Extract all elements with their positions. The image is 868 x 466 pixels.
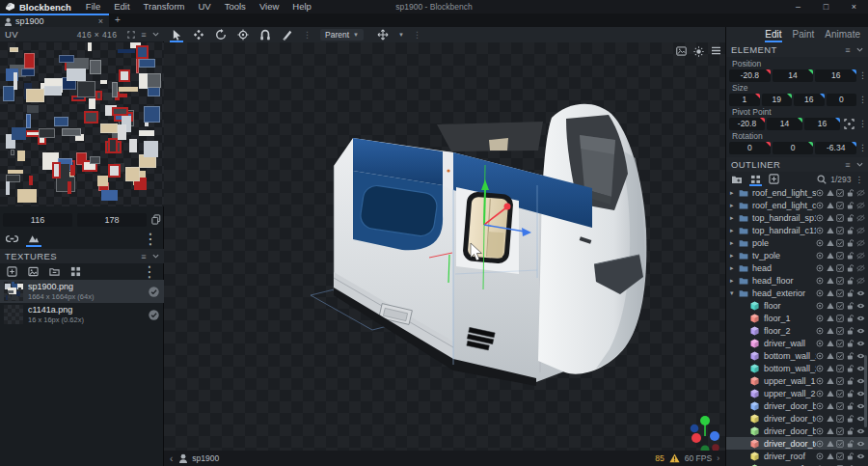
export-checkbox-icon[interactable] bbox=[836, 340, 844, 347]
select-dot-icon[interactable] bbox=[816, 427, 824, 435]
select-dot-icon[interactable] bbox=[816, 214, 824, 222]
chevron-right-icon[interactable]: › bbox=[717, 453, 719, 463]
texture-grid-icon[interactable] bbox=[70, 266, 81, 277]
element-rotation-input-2[interactable]: -6.34 bbox=[815, 142, 856, 154]
visibility-off-icon[interactable] bbox=[856, 239, 865, 247]
chevron-right-icon[interactable]: ▸ bbox=[730, 277, 739, 285]
outliner-item-upper_wall_2[interactable]: upper_wall_2 bbox=[726, 387, 868, 399]
autouv-icon[interactable] bbox=[827, 302, 834, 310]
element-position-input-1[interactable]: 14 bbox=[773, 69, 814, 82]
lock-icon[interactable] bbox=[847, 315, 854, 322]
resize-tool-icon[interactable] bbox=[192, 28, 205, 41]
lock-icon[interactable] bbox=[847, 427, 854, 435]
add-group-icon[interactable] bbox=[731, 172, 743, 186]
visibility-on-icon[interactable] bbox=[856, 452, 865, 460]
visibility-on-icon[interactable] bbox=[856, 302, 865, 310]
element-panel-menu-icon[interactable]: ≡ bbox=[845, 45, 851, 55]
viewport-3d[interactable] bbox=[164, 42, 725, 451]
lighting-icon[interactable] bbox=[693, 46, 704, 57]
outliner-item-head_floor[interactable]: ▸head_floor bbox=[726, 274, 868, 287]
export-checkbox-icon[interactable] bbox=[836, 214, 844, 222]
uv-panel-menu-icon[interactable]: ≡ bbox=[141, 30, 147, 40]
export-checkbox-icon[interactable] bbox=[836, 315, 844, 322]
uv-texture-atlas[interactable] bbox=[0, 42, 164, 206]
select-dot-icon[interactable] bbox=[816, 277, 824, 285]
textures-toolbar-menu-icon[interactable]: ⋮ bbox=[142, 262, 157, 281]
outliner-item-floor[interactable]: floor bbox=[726, 299, 868, 312]
outliner-item-pole[interactable]: ▸pole bbox=[726, 236, 868, 249]
lock-icon[interactable] bbox=[847, 214, 854, 222]
view-orientation-gizmo[interactable] bbox=[684, 411, 725, 451]
viewport-menu-icon[interactable] bbox=[711, 46, 721, 57]
outliner-toolbar-menu-icon[interactable]: ⋮ bbox=[855, 175, 864, 184]
select-dot-icon[interactable] bbox=[816, 264, 824, 272]
chevron-left-icon[interactable]: ‹ bbox=[170, 453, 173, 464]
outliner-item-head[interactable]: ▸head bbox=[726, 261, 868, 274]
pivot-focus-icon[interactable] bbox=[842, 118, 856, 130]
outliner-item-top_handrail_c1141a[interactable]: ▸top_handrail_c1141a bbox=[726, 224, 868, 236]
outliner-item-bottom_wall_1[interactable]: bottom_wall_1 bbox=[726, 349, 868, 362]
export-checkbox-icon[interactable] bbox=[836, 402, 844, 410]
parent-dropdown[interactable]: Parent ▼ bbox=[320, 29, 364, 41]
autouv-icon[interactable] bbox=[827, 440, 834, 448]
outliner-item-driver_door_top_2[interactable]: driver_door_top_2 bbox=[726, 437, 868, 450]
chevron-down-icon[interactable]: ▾ bbox=[730, 289, 739, 297]
texture-preview-mode-icon[interactable] bbox=[28, 232, 40, 246]
export-checkbox-icon[interactable] bbox=[836, 289, 844, 297]
element-size-input-3[interactable]: 0 bbox=[827, 94, 857, 106]
chevron-right-icon[interactable]: ▸ bbox=[730, 202, 739, 209]
autouv-icon[interactable] bbox=[827, 239, 834, 247]
autouv-icon[interactable] bbox=[827, 402, 834, 410]
lock-icon[interactable] bbox=[847, 189, 854, 197]
outliner-item-outer_roof_2[interactable]: outer_roof_2 bbox=[726, 462, 868, 466]
autouv-icon[interactable] bbox=[827, 227, 834, 234]
element-position-input-0[interactable]: -20.8 bbox=[729, 69, 771, 82]
lock-icon[interactable] bbox=[847, 264, 854, 272]
autouv-icon[interactable] bbox=[827, 315, 834, 322]
select-dot-icon[interactable] bbox=[816, 252, 824, 260]
lock-icon[interactable] bbox=[847, 377, 854, 385]
visibility-on-icon[interactable] bbox=[856, 315, 865, 322]
outliner-item-driver_roof[interactable]: driver_roof bbox=[726, 450, 868, 462]
export-checkbox-icon[interactable] bbox=[836, 452, 844, 460]
export-checkbox-icon[interactable] bbox=[836, 302, 844, 310]
export-checkbox-icon[interactable] bbox=[836, 415, 844, 423]
outliner-item-head_exterior[interactable]: ▾head_exterior bbox=[726, 287, 868, 299]
lock-icon[interactable] bbox=[847, 452, 854, 460]
lock-icon[interactable] bbox=[847, 289, 854, 297]
element-pivot-point-input-2[interactable]: 16 bbox=[804, 118, 840, 130]
uv-panel-header[interactable]: UV 416 × 416 ≡ bbox=[0, 27, 164, 41]
element-size-input-2[interactable]: 16 bbox=[794, 94, 825, 106]
visibility-off-icon[interactable] bbox=[856, 277, 865, 285]
lock-icon[interactable] bbox=[847, 402, 854, 410]
chevron-right-icon[interactable]: ▸ bbox=[730, 214, 739, 222]
autouv-icon[interactable] bbox=[827, 189, 834, 197]
lock-icon[interactable] bbox=[847, 252, 854, 260]
export-checkbox-icon[interactable] bbox=[836, 365, 844, 372]
maximize-button[interactable]: □ bbox=[812, 0, 840, 14]
menu-edit[interactable]: Edit bbox=[107, 1, 136, 12]
element-rotation-input-1[interactable]: 0 bbox=[773, 142, 814, 154]
lock-icon[interactable] bbox=[847, 227, 854, 234]
select-dot-icon[interactable] bbox=[816, 402, 824, 410]
outliner-item-upper_wall_1[interactable]: upper_wall_1 bbox=[726, 374, 868, 387]
export-checkbox-icon[interactable] bbox=[836, 390, 844, 397]
autouv-icon[interactable] bbox=[827, 289, 834, 297]
outliner-item-floor_1[interactable]: floor_1 bbox=[726, 312, 868, 324]
export-checkbox-icon[interactable] bbox=[836, 227, 844, 234]
menu-view[interactable]: View bbox=[253, 1, 285, 12]
autouv-icon[interactable] bbox=[827, 214, 834, 222]
transform-space-icon[interactable] bbox=[376, 28, 390, 41]
element-size-input-1[interactable]: 19 bbox=[762, 94, 793, 106]
chevron-right-icon[interactable]: ▸ bbox=[730, 252, 739, 260]
lock-icon[interactable] bbox=[847, 239, 854, 247]
new-tab-button[interactable]: + bbox=[109, 14, 126, 27]
visibility-on-icon[interactable] bbox=[856, 340, 865, 347]
import-texture-icon[interactable] bbox=[7, 266, 17, 277]
element-position-input-2[interactable]: 16 bbox=[815, 69, 856, 82]
autouv-icon[interactable] bbox=[827, 377, 834, 385]
element-pivot-point-input-0[interactable]: -20.8 bbox=[729, 118, 765, 130]
copy-icon[interactable] bbox=[151, 214, 161, 225]
texture-item-sp1900-png[interactable]: sp1900.png1664 x 1664px (64x) bbox=[0, 280, 164, 303]
element-size-input-0[interactable]: 1 bbox=[729, 94, 760, 106]
